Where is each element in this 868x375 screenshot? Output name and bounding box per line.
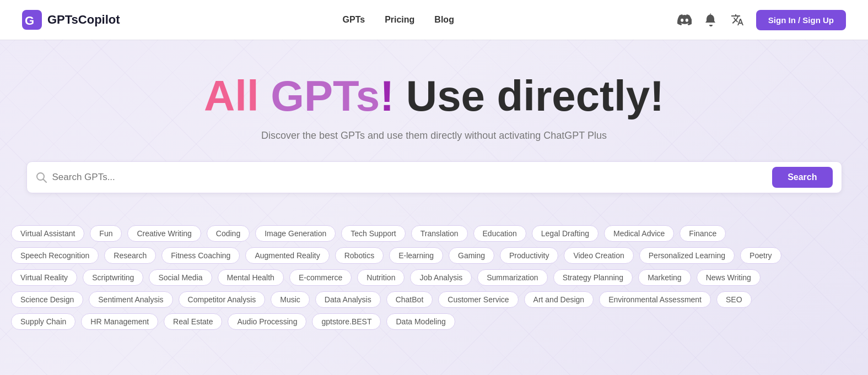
tags-row-1: Virtual AssistantFunCreative WritingCodi… [11,225,816,242]
tag-item[interactable]: Real Estate [164,313,222,330]
tag-item[interactable]: Gaming [449,247,494,264]
title-all: All [204,72,259,120]
search-button[interactable]: Search [772,167,832,188]
tag-item[interactable]: Image Generation [255,225,336,242]
tag-item[interactable]: HR Management [81,313,158,330]
tags-row-3: Virtual RealityScriptwritingSocial Media… [11,269,816,286]
tag-item[interactable]: Medical Advice [604,225,674,242]
logo-link[interactable]: G GPTsCopilot [22,10,120,30]
tag-item[interactable]: News Writing [697,269,761,286]
tag-item[interactable]: Art and Design [524,291,594,308]
tag-item[interactable]: Strategy Planning [553,269,633,286]
tag-item[interactable]: Virtual Assistant [11,225,84,242]
logo-icon: G [22,10,42,30]
tag-item[interactable]: Summarization [477,269,547,286]
tag-item[interactable]: Fitness Coaching [161,247,240,264]
tags-row-5: Supply ChainHR ManagementReal EstateAudi… [11,313,816,330]
tag-item[interactable]: Social Media [149,269,212,286]
tag-item[interactable]: Competitor Analysis [179,291,266,308]
tag-item[interactable]: Coding [207,225,250,242]
discord-icon[interactable] [677,12,692,28]
tag-item[interactable]: SEO [716,291,752,308]
title-gpts: GPTs [271,72,380,120]
nav-link-pricing[interactable]: Pricing [385,15,414,25]
tag-item[interactable]: Music [271,291,310,308]
nav-link-blog[interactable]: Blog [434,15,454,25]
tag-item[interactable]: Science Design [11,291,83,308]
signin-button[interactable]: Sign In / Sign Up [756,10,846,30]
tag-item[interactable]: Education [473,225,526,242]
tag-item[interactable]: Data Analysis [315,291,381,308]
logo-text: GPTsCopilot [47,13,120,27]
tag-item[interactable]: Research [104,247,156,264]
tag-item[interactable]: Nutrition [357,269,405,286]
navbar: G GPTsCopilot GPTs Pricing Blog Sign In … [0,0,868,40]
tag-item[interactable]: Marketing [638,269,691,286]
tag-item[interactable]: Productivity [500,247,558,264]
tag-item[interactable]: Sentiment Analysis [89,291,172,308]
tag-item[interactable]: Finance [680,225,726,242]
tag-item[interactable]: E-learning [389,247,443,264]
tag-item[interactable]: Personalized Learning [639,247,735,264]
tag-item[interactable]: gptstore.BEST [312,313,381,330]
tag-item[interactable]: Creative Writing [127,225,201,242]
tag-item[interactable]: Supply Chain [11,313,76,330]
title-exclaim: ! [380,72,394,120]
title-use: Use directly! [406,72,664,120]
tag-item[interactable]: Legal Drafting [532,225,599,242]
tag-item[interactable]: Translation [411,225,468,242]
tag-item[interactable]: ChatBot [386,291,433,308]
hero-subtitle: Discover the best GPTs and use them dire… [261,130,607,142]
tag-item[interactable]: Virtual Reality [11,269,77,286]
tag-item[interactable]: Poetry [740,247,781,264]
svg-text:G: G [25,14,34,28]
nav-link-gpts[interactable]: GPTs [343,15,365,25]
tag-item[interactable]: Tech Support [341,225,406,242]
tag-item[interactable]: Mental Health [218,269,284,286]
search-icon [36,172,47,183]
tag-item[interactable]: Speech Recognition [11,247,99,264]
hero-section: All GPTs! Use directly! Discover the bes… [0,40,868,225]
tags-row-4: Science DesignSentiment AnalysisCompetit… [11,291,816,308]
tag-item[interactable]: Augmented Reality [245,247,329,264]
tag-item[interactable]: Audio Processing [228,313,306,330]
tag-item[interactable]: Customer Service [438,291,518,308]
tags-row-2: Speech RecognitionResearchFitness Coachi… [11,247,816,264]
tags-section: Virtual AssistantFunCreative WritingCodi… [0,225,827,330]
tag-item[interactable]: Scriptwriting [83,269,143,286]
tag-item[interactable]: E-commerce [289,269,352,286]
tag-item[interactable]: Job Analysis [410,269,472,286]
search-input[interactable] [52,172,773,183]
tag-item[interactable]: Fun [90,225,122,242]
tag-item[interactable]: Environmental Assessment [599,291,711,308]
translate-icon[interactable] [730,12,745,28]
tag-item[interactable]: Data Modeling [386,313,455,330]
nav-links: GPTs Pricing Blog [343,15,454,25]
search-bar: Search [26,161,842,193]
hero-title: All GPTs! Use directly! [204,73,664,120]
tag-item[interactable]: Robotics [335,247,384,264]
tag-item[interactable]: Video Creation [564,247,633,264]
nav-right: Sign In / Sign Up [677,10,846,30]
bell-icon[interactable] [703,12,719,28]
svg-line-3 [43,179,46,182]
